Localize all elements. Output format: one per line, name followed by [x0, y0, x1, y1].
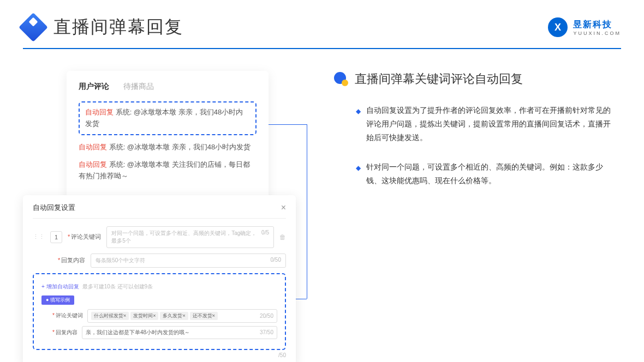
comment-item: 自动回复 系统: @冰墩墩本墩 亲亲，我们48小时内发货	[79, 142, 257, 153]
brand-name-cn: 昱新科技	[573, 19, 621, 31]
example-panel: + 增加自动回复最多可建10条 还可以创建9条 ● 填写示例 *评论关键词 什么…	[33, 273, 286, 350]
brand-logo: 昱新科技 YUUXIN.COM	[548, 17, 621, 37]
connector-line	[269, 124, 307, 125]
auto-reply-tag: 自动回复	[85, 108, 114, 116]
highlighted-comment: 自动回复 系统: @冰墩墩本墩 亲亲，我们48小时内发货	[79, 101, 257, 135]
ex-keyword-label: 评论关键词	[56, 312, 83, 318]
add-auto-reply-link[interactable]: + 增加自动回复	[41, 283, 79, 289]
drag-handle-icon[interactable]: ⋮⋮	[33, 233, 45, 240]
section-title: 直播间弹幕关键词评论自动回复	[355, 71, 523, 87]
diamond-bullet-icon: ◆	[356, 162, 361, 188]
connector-line	[296, 299, 307, 299]
keyword-tag: 什么时候发货×	[91, 312, 129, 320]
ex-keyword-input[interactable]: 什么时候发货× 发货时间× 多久发货× 还不发货× 20/50	[87, 309, 277, 323]
keyword-tag: 发货时间×	[130, 312, 158, 320]
ex-content-input[interactable]: 亲，我们这边都是下单48小时内发货的哦～37/50	[82, 326, 277, 339]
keyword-tag: 还不发货×	[190, 312, 218, 320]
bullet-text-2: 针对同一个问题，可设置多个相近的、高频的关键词。例如：这款多少钱、这块能优惠吗、…	[366, 160, 612, 188]
diamond-bullet-icon: ◆	[356, 106, 361, 145]
brand-name-en: YUUXIN.COM	[573, 31, 621, 36]
outer-counter: /50	[33, 352, 286, 358]
comments-panel: 用户评论 待播商品 自动回复 系统: @冰墩墩本墩 亲亲，我们48小时内发货 自…	[67, 71, 269, 200]
section-bullet-icon	[334, 72, 348, 86]
ex-content-label: 回复内容	[56, 329, 77, 335]
keyword-label: 评论关键词	[71, 233, 101, 240]
keyword-input[interactable]: 对同一个问题，可设置多个相近、高频的关键词，Tag确定，最多5个0/5	[106, 226, 274, 248]
modal-title: 自动回复设置	[33, 203, 75, 213]
tab-user-comments[interactable]: 用户评论	[79, 82, 109, 92]
tab-pending-products[interactable]: 待播商品	[123, 82, 154, 92]
connector-line	[307, 124, 307, 299]
index-number: 1	[50, 231, 62, 243]
comment-item: 自动回复 系统: @冰墩墩本墩 关注我们的店铺，每日都有热门推荐呦～	[79, 159, 257, 182]
delete-icon[interactable]: 🗑	[279, 233, 286, 241]
auto-reply-settings-modal: 自动回复设置 × ⋮⋮ 1 *评论关键词 对同一个问题，可设置多个相近、高频的关…	[23, 195, 296, 362]
bullet-text-1: 自动回复设置为了提升作者的评论回复效率，作者可在开播前针对常见的评论用户问题，提…	[366, 104, 612, 145]
brand-icon	[544, 14, 572, 41]
example-tag: ● 填写示例	[41, 295, 74, 305]
close-icon[interactable]: ×	[281, 203, 286, 213]
content-input[interactable]: 每条限50个中文字符0/50	[91, 254, 286, 268]
content-label: 回复内容	[61, 257, 85, 263]
keyword-tag: 多久发货×	[160, 312, 188, 320]
logo-left-icon	[19, 13, 48, 42]
page-title: 直播间弹幕回复	[53, 15, 183, 39]
add-hint: 最多可建10条 还可以创建9条	[82, 283, 153, 289]
